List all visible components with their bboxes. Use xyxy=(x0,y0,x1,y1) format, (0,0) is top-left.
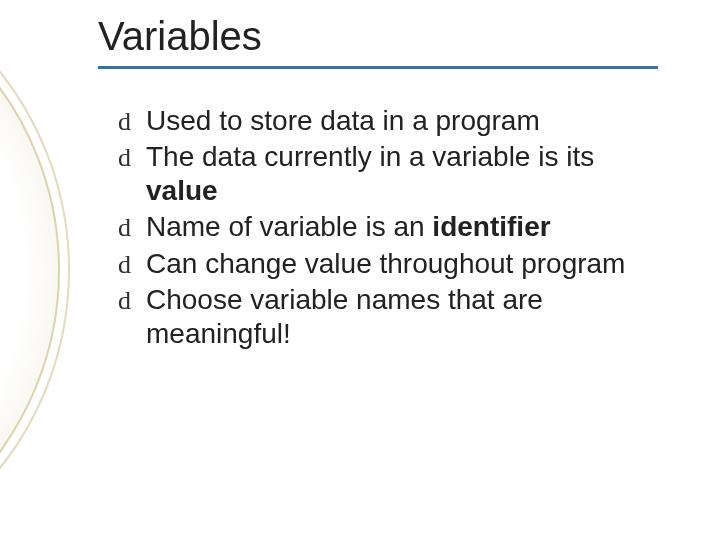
bullet-icon: d xyxy=(118,212,146,244)
slide: Variables dUsed to store data in a progr… xyxy=(0,0,720,540)
bullet-text-pre: Used to store data in a program xyxy=(146,105,540,136)
bullet-text-pre: The data currently in a variable is its xyxy=(146,141,594,172)
bullet-text-pre: Name of variable is an xyxy=(146,211,432,242)
slide-body: dUsed to store data in a program dThe da… xyxy=(118,104,660,353)
bullet-icon: d xyxy=(118,285,146,317)
list-item: dName of variable is an identifier xyxy=(118,210,660,244)
list-item: dThe data currently in a variable is its… xyxy=(118,140,660,208)
title-underline xyxy=(98,66,658,69)
bullet-text-pre: Choose variable names that are meaningfu… xyxy=(146,284,543,349)
bullet-icon: d xyxy=(118,142,146,174)
bullet-text-bold: value xyxy=(146,175,218,206)
list-item: dCan change value throughout program xyxy=(118,247,660,281)
list-item: dUsed to store data in a program xyxy=(118,104,660,138)
slide-title: Variables xyxy=(98,14,680,64)
title-block: Variables xyxy=(98,14,680,69)
bullet-icon: d xyxy=(118,106,146,138)
bullet-list: dUsed to store data in a program dThe da… xyxy=(118,104,660,351)
bullet-icon: d xyxy=(118,249,146,281)
bullet-text-bold: identifier xyxy=(432,211,550,242)
bullet-text-pre: Can change value throughout program xyxy=(146,248,625,279)
list-item: dChoose variable names that are meaningf… xyxy=(118,283,660,351)
